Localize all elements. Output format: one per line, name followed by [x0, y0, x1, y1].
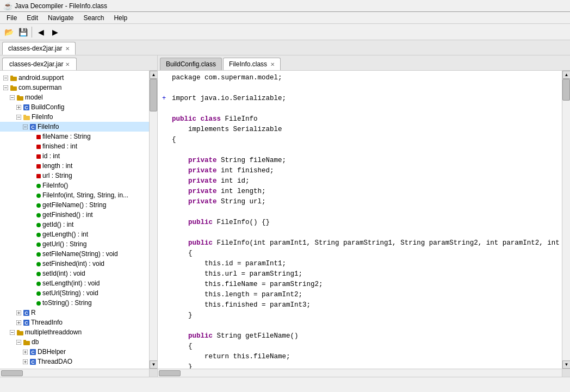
tree-node-setFileName[interactable]: setFileName(String) : void: [0, 249, 149, 259]
tree-hscroll-track[interactable]: [0, 369, 149, 377]
code-line: this.length = paramInt2;: [158, 290, 562, 300]
tree-node-getFinished[interactable]: getFinished() : int: [0, 210, 149, 220]
tree-node-setLength[interactable]: setLength(int) : void: [0, 278, 149, 288]
code-line: public class FileInfo: [158, 114, 562, 125]
tree-node-db[interactable]: db: [0, 337, 149, 347]
tree-label-getFinished: getFinished() : int: [42, 211, 93, 219]
tree-node-FileInfo-ctor2[interactable]: FileInfo(int, String, String, in...: [0, 190, 149, 200]
line-content: [172, 228, 557, 238]
line-content: public class FileInfo: [172, 114, 557, 125]
tree-scroll-up[interactable]: ▲: [150, 71, 157, 79]
save-button[interactable]: 💾: [16, 26, 29, 39]
tree-icon-class: C: [23, 103, 30, 111]
tree-label-model: model: [25, 94, 43, 101]
tree-scrollbar[interactable]: ▲ ▼: [149, 71, 157, 369]
tree-node-setUrl[interactable]: setUrl(String) : void: [0, 288, 149, 298]
tree-node-setFinished[interactable]: setFinished(int) : void: [0, 259, 149, 269]
tree-scroll-thumb[interactable]: [150, 79, 157, 111]
code-tab-FileInfo-class[interactable]: FileInfo.class✕: [223, 58, 281, 70]
code-token: {: [172, 136, 176, 144]
svg-text:C: C: [24, 310, 28, 316]
code-scroll-up[interactable]: ▲: [562, 71, 570, 79]
tree-node-toString[interactable]: toString() : String: [0, 298, 149, 308]
code-line: public FileInfo() {}: [158, 217, 562, 228]
forward-button[interactable]: ▶: [48, 26, 61, 39]
tree-node-FileInfo-cls[interactable]: CFileInfo: [0, 122, 149, 132]
tree-node-getFileName[interactable]: getFileName() : String: [0, 200, 149, 210]
tree-node-url-field[interactable]: url : String: [0, 171, 149, 181]
line-content: [172, 207, 557, 217]
tree-node-BuildConfig[interactable]: CBuildConfig: [0, 102, 149, 112]
tree-expander-R[interactable]: [15, 309, 22, 316]
code-scrollbar[interactable]: ▲ ▼: [562, 71, 570, 369]
tree-scroll-down[interactable]: ▼: [150, 360, 157, 369]
tree-node-length-field[interactable]: length : int: [0, 161, 149, 171]
tree-node-getId[interactable]: getId() : int: [0, 220, 149, 229]
tree-expander-BuildConfig[interactable]: [15, 104, 22, 110]
tree-expander-model[interactable]: [9, 94, 15, 101]
tree-expander-DBHelper[interactable]: [22, 349, 28, 355]
tree-expander-ThreadDAO[interactable]: [22, 358, 28, 365]
tree-expander-getId: [28, 221, 35, 228]
tree-node-FileInfo-pkg[interactable]: FileInfo: [0, 112, 149, 122]
tree-node-DBHelper[interactable]: CDBHelper: [0, 347, 149, 357]
tree-icon-method: [36, 260, 41, 267]
tree-expander-com-superman[interactable]: [2, 84, 9, 91]
tree-node-setId[interactable]: setId(int) : void: [0, 269, 149, 278]
tree-node-multiplethreaddown[interactable]: multiplethreaddown: [0, 327, 149, 337]
line-content: private int length;: [172, 186, 557, 197]
tree-hscroll-thumb[interactable]: [1, 370, 23, 376]
code-line: private int length;: [158, 186, 562, 197]
tree-label-setFileName: setFileName(String) : void: [42, 250, 118, 258]
file-tab-classes[interactable]: classes-dex2jar.jar ✕: [2, 42, 76, 55]
open-button[interactable]: 📂: [2, 26, 15, 39]
code-scroll-down[interactable]: ▼: [562, 360, 570, 369]
tree-icon-method: [36, 251, 41, 257]
tree-node-fileName-field[interactable]: fileName : String: [0, 132, 149, 141]
tree-node-FileInfo-ctor[interactable]: FileInfo(): [0, 181, 149, 190]
code-hscroll-track[interactable]: [158, 369, 562, 377]
code-scroll-thumb[interactable]: [562, 79, 570, 101]
svg-rect-19: [23, 116, 30, 120]
tree-expander-android-support[interactable]: [2, 74, 9, 81]
code-tab-BuildConfig-class[interactable]: BuildConfig.class: [160, 58, 222, 70]
tree-expander-FileInfo-cls[interactable]: [22, 123, 28, 130]
tree-node-finished-field[interactable]: finished : int: [0, 141, 149, 151]
tree-scroll-track[interactable]: [150, 79, 157, 360]
tree-expander-FileInfo-pkg[interactable]: [15, 114, 22, 120]
tree-node-getLength[interactable]: getLength() : int: [0, 229, 149, 239]
menu-item-search[interactable]: Search: [79, 13, 108, 23]
code-tab-close-icon[interactable]: ✕: [270, 61, 275, 67]
tree-node-ThreadDAO[interactable]: CThreadDAO: [0, 357, 149, 366]
code-line: {: [158, 341, 562, 352]
file-tab-close-icon[interactable]: ✕: [65, 46, 70, 52]
tree-expander-ThreadInfo[interactable]: [15, 319, 22, 326]
tree-expander-db[interactable]: [15, 339, 22, 345]
menu-item-file[interactable]: File: [2, 13, 21, 23]
code-hscroll-thumb[interactable]: [159, 370, 181, 376]
tree-label-setId: setId(int) : void: [42, 270, 85, 277]
menu-item-help[interactable]: Help: [109, 13, 132, 23]
code-hscroll-row: [158, 369, 570, 377]
tree-node-getUrl[interactable]: getUrl() : String: [0, 239, 149, 249]
tree-node-R[interactable]: CR: [0, 308, 149, 318]
tree-node-ThreadInfo[interactable]: CThreadInfo: [0, 318, 149, 327]
code-token: FileInfo(: [217, 239, 254, 247]
tree-node-android-support[interactable]: android.support: [0, 73, 149, 83]
tree-icon-method: [36, 182, 41, 189]
tree-tab-classes[interactable]: classes-dex2jar.jar ✕: [2, 58, 77, 70]
menu-item-navigate[interactable]: Navigate: [44, 13, 78, 23]
code-token: public: [188, 239, 217, 247]
tree-node-com-superman[interactable]: com.superman: [0, 83, 149, 92]
tree-node-id-field[interactable]: id : int: [0, 151, 149, 161]
tree-icon-method: [36, 290, 41, 296]
tree-node-model[interactable]: model: [0, 92, 149, 102]
svg-rect-55: [17, 331, 23, 335]
back-button[interactable]: ◀: [34, 26, 47, 39]
menu-item-edit[interactable]: Edit: [22, 13, 42, 23]
tree-tab-close-icon[interactable]: ✕: [65, 61, 70, 67]
toolbar: 📂 💾 ◀ ▶: [0, 24, 570, 40]
tree-expander-multiplethreaddown[interactable]: [9, 329, 15, 335]
code-area: package com.superman.model; +import java…: [158, 71, 562, 369]
code-scroll-track[interactable]: [562, 79, 570, 360]
